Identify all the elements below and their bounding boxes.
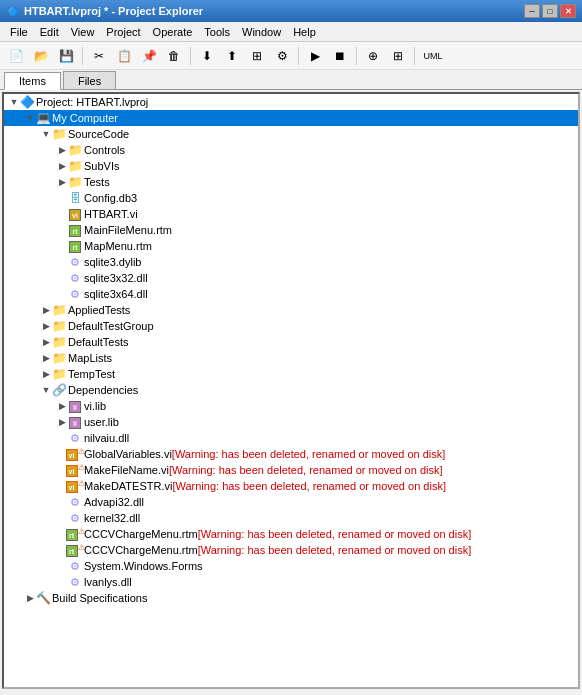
- tab-files[interactable]: Files: [63, 71, 116, 89]
- tree-node-icon: ⚙: [68, 575, 82, 589]
- tree-expander-icon[interactable]: ▶: [56, 144, 68, 156]
- tree-node[interactable]: ▼🔗Dependencies: [4, 382, 578, 398]
- tree-expander-icon: [56, 496, 68, 508]
- tree-expander-icon[interactable]: ▼: [24, 112, 36, 124]
- tree-node[interactable]: ⚙sqlite3.dylib: [4, 254, 578, 270]
- tree-expander-icon[interactable]: ▶: [40, 320, 52, 332]
- tree-node[interactable]: ▶📁MapLists: [4, 350, 578, 366]
- tree-expander-icon[interactable]: ▶: [40, 352, 52, 364]
- tree-node[interactable]: rt⚠CCCVChargeMenu.rtm [Warning: has been…: [4, 542, 578, 558]
- tree-expander-icon[interactable]: ▼: [8, 96, 20, 108]
- tree-node[interactable]: ⚙sqlite3x64.dll: [4, 286, 578, 302]
- tree-node[interactable]: ▶📁SubVIs: [4, 158, 578, 174]
- menu-help[interactable]: Help: [287, 24, 322, 40]
- tree-node[interactable]: ▼💻My Computer: [4, 110, 578, 126]
- menu-project[interactable]: Project: [100, 24, 146, 40]
- tree-expander-icon[interactable]: ▶: [40, 304, 52, 316]
- tree-expander-icon[interactable]: ▼: [40, 384, 52, 396]
- tree-node[interactable]: ▶livi.lib: [4, 398, 578, 414]
- tree-node-warning: [Warning: has been deleted, renamed or m…: [169, 464, 443, 476]
- tree-node[interactable]: ⚙kernel32.dll: [4, 510, 578, 526]
- title-bar: 🔷 HTBART.lvproj * - Project Explorer ─ □…: [0, 0, 582, 22]
- tree-node-label: sqlite3x32.dll: [84, 272, 148, 284]
- tree-node[interactable]: ▶📁DefaultTests: [4, 334, 578, 350]
- tree-node[interactable]: ▼🔷Project: HTBART.lvproj: [4, 94, 578, 110]
- tree-node[interactable]: ▶liuser.lib: [4, 414, 578, 430]
- tb-uml[interactable]: UML: [419, 45, 447, 67]
- tree-node-label: DefaultTests: [68, 336, 129, 348]
- tb-import[interactable]: ⬇: [195, 45, 219, 67]
- tree-expander-icon[interactable]: ▶: [40, 336, 52, 348]
- menu-edit[interactable]: Edit: [34, 24, 65, 40]
- tree-node-label: Dependencies: [68, 384, 138, 396]
- tb-extra2[interactable]: ⊞: [386, 45, 410, 67]
- tb-delete[interactable]: 🗑: [162, 45, 186, 67]
- close-button[interactable]: ✕: [560, 4, 576, 18]
- tb-copy[interactable]: 📋: [112, 45, 136, 67]
- tree-node[interactable]: ▶🔨Build Specifications: [4, 590, 578, 606]
- tree-node-icon: 📁: [52, 335, 66, 349]
- tree-node[interactable]: rt⚠CCCVChargeMenu.rtm [Warning: has been…: [4, 526, 578, 542]
- tree-node-label: SubVIs: [84, 160, 119, 172]
- tree-node[interactable]: ⚙nilvaiu.dll: [4, 430, 578, 446]
- tree-node[interactable]: ⚙sqlite3x32.dll: [4, 270, 578, 286]
- tb-run[interactable]: ▶: [303, 45, 327, 67]
- tb-open[interactable]: 📂: [29, 45, 53, 67]
- tree-node-icon: rt: [68, 239, 82, 253]
- tb-stop[interactable]: ⏹: [328, 45, 352, 67]
- tree-node[interactable]: ▶📁Tests: [4, 174, 578, 190]
- maximize-button[interactable]: □: [542, 4, 558, 18]
- tree-node[interactable]: vi⚠MakeFileName.vi [Warning: has been de…: [4, 462, 578, 478]
- tree-node-label: MakeDATESTR.vi: [84, 480, 172, 492]
- tab-items[interactable]: Items: [4, 72, 61, 90]
- menu-tools[interactable]: Tools: [198, 24, 236, 40]
- tree-node-icon: ⚙: [68, 495, 82, 509]
- tb-save[interactable]: 💾: [54, 45, 78, 67]
- tree-node[interactable]: vi⚠GlobalVariables.vi [Warning: has been…: [4, 446, 578, 462]
- minimize-button[interactable]: ─: [524, 4, 540, 18]
- tree-node[interactable]: 🗄Config.db3: [4, 190, 578, 206]
- tree-node[interactable]: rtMainFileMenu.rtm: [4, 222, 578, 238]
- tree-expander-icon[interactable]: ▶: [56, 400, 68, 412]
- tree-node[interactable]: ▶📁DefaultTestGroup: [4, 318, 578, 334]
- tree-expander-icon[interactable]: ▶: [40, 368, 52, 380]
- tree-node-label: sqlite3.dylib: [84, 256, 141, 268]
- tb-new[interactable]: 📄: [4, 45, 28, 67]
- tree-node-label: CCCVChargeMenu.rtm: [84, 544, 198, 556]
- tb-cut[interactable]: ✂: [87, 45, 111, 67]
- tree-node-icon: 📁: [52, 303, 66, 317]
- tab-bar: Items Files: [0, 70, 582, 90]
- tree-expander-icon[interactable]: ▶: [56, 416, 68, 428]
- menu-file[interactable]: File: [4, 24, 34, 40]
- tree-expander-icon[interactable]: ▶: [56, 176, 68, 188]
- tree-node[interactable]: ⚙lvanlys.dll: [4, 574, 578, 590]
- tree-expander-icon[interactable]: ▶: [56, 160, 68, 172]
- menu-operate[interactable]: Operate: [147, 24, 199, 40]
- tree-node-label: HTBART.vi: [84, 208, 138, 220]
- tree-node[interactable]: ▶📁TempTest: [4, 366, 578, 382]
- tree-node-label: sqlite3x64.dll: [84, 288, 148, 300]
- tree-node[interactable]: ▶📁Controls: [4, 142, 578, 158]
- tree-area[interactable]: ▼🔷Project: HTBART.lvproj▼💻My Computer▼📁S…: [2, 92, 580, 689]
- tb-paste[interactable]: 📌: [137, 45, 161, 67]
- tb-extra1[interactable]: ⊕: [361, 45, 385, 67]
- menu-window[interactable]: Window: [236, 24, 287, 40]
- tree-node-icon: rt⚠: [68, 527, 82, 541]
- tb-export[interactable]: ⬆: [220, 45, 244, 67]
- tree-node[interactable]: viHTBART.vi: [4, 206, 578, 222]
- tb-settings[interactable]: ⚙: [270, 45, 294, 67]
- tree-node[interactable]: ▼📁SourceCode: [4, 126, 578, 142]
- tb-grid[interactable]: ⊞: [245, 45, 269, 67]
- tree-node[interactable]: ▶📁AppliedTests: [4, 302, 578, 318]
- menu-view[interactable]: View: [65, 24, 101, 40]
- tree-node[interactable]: rtMapMenu.rtm: [4, 238, 578, 254]
- tree-node-label: kernel32.dll: [84, 512, 140, 524]
- tree-expander-icon[interactable]: ▶: [24, 592, 36, 604]
- tree-node-label: MapLists: [68, 352, 112, 364]
- tree-node[interactable]: ⚙System.Windows.Forms: [4, 558, 578, 574]
- tree-node[interactable]: vi⚠MakeDATESTR.vi [Warning: has been del…: [4, 478, 578, 494]
- tree-expander-icon[interactable]: ▼: [40, 128, 52, 140]
- tree-node-icon: 💻: [36, 111, 50, 125]
- tree-node-icon: vi⚠: [68, 463, 82, 477]
- tree-node[interactable]: ⚙Advapi32.dll: [4, 494, 578, 510]
